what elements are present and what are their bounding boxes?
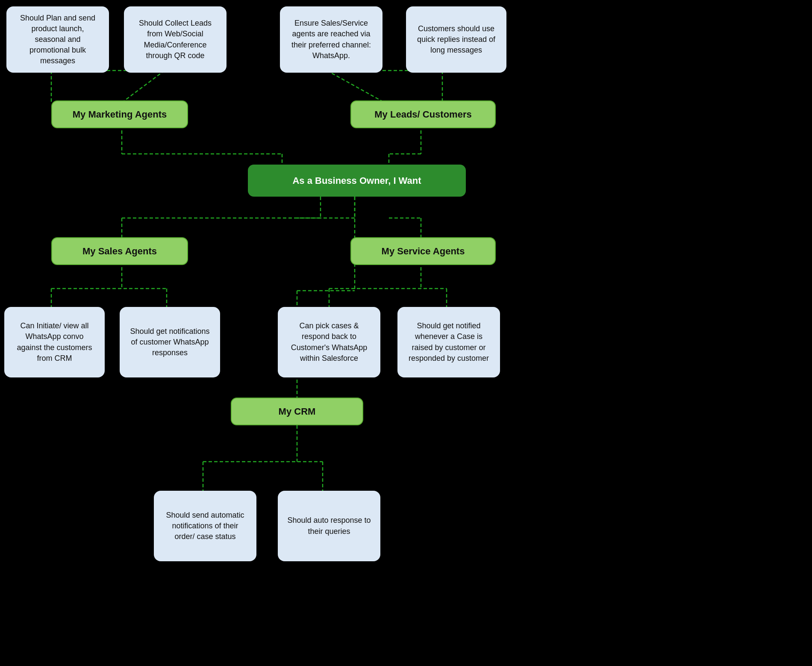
- node-marketing-agents: My Marketing Agents: [51, 100, 188, 128]
- node-service-agents: My Service Agents: [350, 237, 496, 265]
- info-box-notified-case: Should get notified whenever a Case is r…: [397, 307, 500, 377]
- info-box-quick-replies: Customers should use quick replies inste…: [406, 6, 506, 73]
- info-box-auto-response: Should auto response to their queries: [278, 491, 380, 561]
- info-box-collect-leads: Should Collect Leads from Web/Social Med…: [124, 6, 227, 73]
- node-business-owner: As a Business Owner, I Want: [248, 165, 466, 197]
- info-box-bulk-messages: Should Plan and send product launch, sea…: [6, 6, 109, 73]
- node-sales-agents: My Sales Agents: [51, 237, 188, 265]
- diagram-container: .dashed-line { stroke: #22aa22; stroke-w…: [0, 0, 812, 666]
- info-box-initiate-view: Can Initiate/ view all WhatsApp convo ag…: [4, 307, 105, 377]
- svg-line-1: [122, 71, 165, 103]
- info-box-auto-notifications: Should send automatic notifications of t…: [154, 491, 256, 561]
- node-crm: My CRM: [231, 398, 363, 425]
- info-box-notifications-whatsapp: Should get notifications of customer Wha…: [120, 307, 220, 377]
- info-box-ensure-agents: Ensure Sales/Service agents are reached …: [280, 6, 382, 73]
- svg-line-3: [327, 71, 385, 103]
- node-leads-customers: My Leads/ Customers: [350, 100, 496, 128]
- info-box-pick-cases: Can pick cases & respond back to Custome…: [278, 307, 380, 377]
